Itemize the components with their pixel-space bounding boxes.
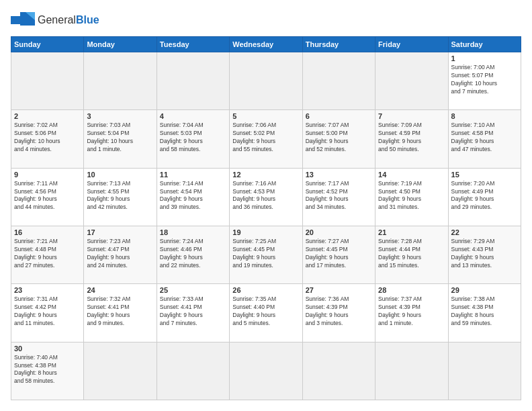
day-number: 24	[87, 286, 153, 294]
calendar-cell: 13Sunrise: 7:17 AM Sunset: 4:52 PM Dayli…	[302, 168, 375, 226]
day-info: Sunrise: 7:27 AM Sunset: 4:45 PM Dayligh…	[306, 238, 372, 270]
day-number: 21	[378, 228, 445, 236]
calendar-cell	[11, 52, 84, 110]
weekday-header-saturday: Saturday	[448, 37, 521, 52]
day-info: Sunrise: 7:13 AM Sunset: 4:55 PM Dayligh…	[87, 180, 153, 212]
day-number: 7	[378, 112, 445, 120]
day-number: 30	[14, 345, 81, 353]
day-info: Sunrise: 7:07 AM Sunset: 5:00 PM Dayligh…	[306, 122, 372, 154]
calendar-cell: 2Sunrise: 7:02 AM Sunset: 5:06 PM Daylig…	[11, 110, 84, 168]
day-number: 17	[87, 228, 153, 236]
calendar-cell: 25Sunrise: 7:33 AM Sunset: 4:41 PM Dayli…	[157, 284, 229, 342]
calendar: SundayMondayTuesdayWednesdayThursdayFrid…	[11, 36, 521, 400]
calendar-cell: 30Sunrise: 7:40 AM Sunset: 4:38 PM Dayli…	[11, 342, 84, 400]
day-info: Sunrise: 7:29 AM Sunset: 4:43 PM Dayligh…	[451, 238, 518, 270]
calendar-cell: 22Sunrise: 7:29 AM Sunset: 4:43 PM Dayli…	[448, 226, 521, 283]
day-number: 29	[451, 286, 518, 294]
day-number: 13	[306, 171, 372, 179]
day-number: 2	[14, 112, 81, 120]
calendar-cell	[375, 52, 448, 110]
calendar-cell: 21Sunrise: 7:28 AM Sunset: 4:44 PM Dayli…	[375, 226, 448, 283]
calendar-cell	[157, 342, 229, 400]
header: GeneralBlue	[11, 11, 521, 30]
weekday-header-tuesday: Tuesday	[157, 37, 229, 52]
day-info: Sunrise: 7:09 AM Sunset: 4:59 PM Dayligh…	[378, 122, 445, 154]
day-number: 19	[232, 228, 299, 236]
calendar-cell: 19Sunrise: 7:25 AM Sunset: 4:45 PM Dayli…	[230, 226, 302, 283]
calendar-cell: 11Sunrise: 7:14 AM Sunset: 4:54 PM Dayli…	[157, 168, 229, 226]
calendar-cell	[375, 342, 448, 400]
day-info: Sunrise: 7:32 AM Sunset: 4:41 PM Dayligh…	[87, 295, 153, 328]
logo-icon	[11, 11, 35, 30]
calendar-cell: 4Sunrise: 7:04 AM Sunset: 5:03 PM Daylig…	[157, 110, 229, 168]
day-info: Sunrise: 7:02 AM Sunset: 5:06 PM Dayligh…	[14, 122, 81, 154]
calendar-week-row: 16Sunrise: 7:21 AM Sunset: 4:48 PM Dayli…	[11, 226, 521, 283]
calendar-cell: 24Sunrise: 7:32 AM Sunset: 4:41 PM Dayli…	[84, 284, 157, 342]
calendar-cell	[84, 342, 157, 400]
day-number: 28	[378, 286, 445, 294]
day-number: 16	[14, 228, 81, 236]
calendar-cell: 10Sunrise: 7:13 AM Sunset: 4:55 PM Dayli…	[84, 168, 157, 226]
day-info: Sunrise: 7:33 AM Sunset: 4:41 PM Dayligh…	[160, 295, 226, 328]
day-number: 14	[378, 171, 445, 179]
calendar-cell	[448, 342, 521, 400]
calendar-cell: 29Sunrise: 7:38 AM Sunset: 4:38 PM Dayli…	[448, 284, 521, 342]
day-number: 3	[87, 112, 153, 120]
weekday-header-monday: Monday	[84, 37, 157, 52]
day-info: Sunrise: 7:35 AM Sunset: 4:40 PM Dayligh…	[232, 295, 299, 328]
calendar-cell: 6Sunrise: 7:07 AM Sunset: 5:00 PM Daylig…	[302, 110, 375, 168]
day-number: 22	[451, 228, 518, 236]
weekday-header-thursday: Thursday	[302, 37, 375, 52]
calendar-week-row: 23Sunrise: 7:31 AM Sunset: 4:42 PM Dayli…	[11, 284, 521, 342]
calendar-cell: 27Sunrise: 7:36 AM Sunset: 4:39 PM Dayli…	[302, 284, 375, 342]
weekday-header-sunday: Sunday	[11, 37, 84, 52]
calendar-cell: 23Sunrise: 7:31 AM Sunset: 4:42 PM Dayli…	[11, 284, 84, 342]
day-number: 15	[451, 171, 518, 179]
calendar-cell	[302, 342, 375, 400]
weekday-header-row: SundayMondayTuesdayWednesdayThursdayFrid…	[11, 37, 521, 52]
day-info: Sunrise: 7:28 AM Sunset: 4:44 PM Dayligh…	[378, 238, 445, 270]
calendar-cell: 15Sunrise: 7:20 AM Sunset: 4:49 PM Dayli…	[448, 168, 521, 226]
weekday-header-friday: Friday	[375, 37, 448, 52]
day-number: 10	[87, 171, 153, 179]
day-info: Sunrise: 7:14 AM Sunset: 4:54 PM Dayligh…	[160, 180, 226, 212]
calendar-cell: 9Sunrise: 7:11 AM Sunset: 4:56 PM Daylig…	[11, 168, 84, 226]
logo: GeneralBlue	[11, 11, 99, 30]
day-info: Sunrise: 7:21 AM Sunset: 4:48 PM Dayligh…	[14, 238, 81, 270]
day-info: Sunrise: 7:25 AM Sunset: 4:45 PM Dayligh…	[232, 238, 299, 270]
calendar-cell: 1Sunrise: 7:00 AM Sunset: 5:07 PM Daylig…	[448, 52, 521, 110]
day-info: Sunrise: 7:17 AM Sunset: 4:52 PM Dayligh…	[306, 180, 372, 212]
day-info: Sunrise: 7:23 AM Sunset: 4:47 PM Dayligh…	[87, 238, 153, 270]
day-info: Sunrise: 7:37 AM Sunset: 4:39 PM Dayligh…	[378, 295, 445, 328]
day-info: Sunrise: 7:10 AM Sunset: 4:58 PM Dayligh…	[451, 122, 518, 154]
day-number: 11	[160, 171, 226, 179]
day-number: 9	[14, 171, 81, 179]
day-number: 12	[232, 171, 299, 179]
calendar-week-row: 9Sunrise: 7:11 AM Sunset: 4:56 PM Daylig…	[11, 168, 521, 226]
calendar-cell: 5Sunrise: 7:06 AM Sunset: 5:02 PM Daylig…	[230, 110, 302, 168]
day-number: 1	[451, 54, 518, 62]
calendar-week-row: 2Sunrise: 7:02 AM Sunset: 5:06 PM Daylig…	[11, 110, 521, 168]
calendar-cell: 3Sunrise: 7:03 AM Sunset: 5:04 PM Daylig…	[84, 110, 157, 168]
calendar-cell: 18Sunrise: 7:24 AM Sunset: 4:46 PM Dayli…	[157, 226, 229, 283]
day-number: 27	[306, 286, 372, 294]
day-info: Sunrise: 7:19 AM Sunset: 4:50 PM Dayligh…	[378, 180, 445, 212]
calendar-cell: 16Sunrise: 7:21 AM Sunset: 4:48 PM Dayli…	[11, 226, 84, 283]
day-info: Sunrise: 7:36 AM Sunset: 4:39 PM Dayligh…	[306, 295, 372, 328]
day-number: 18	[160, 228, 226, 236]
day-info: Sunrise: 7:04 AM Sunset: 5:03 PM Dayligh…	[160, 122, 226, 154]
day-number: 26	[232, 286, 299, 294]
calendar-cell: 14Sunrise: 7:19 AM Sunset: 4:50 PM Dayli…	[375, 168, 448, 226]
day-number: 25	[160, 286, 226, 294]
day-info: Sunrise: 7:03 AM Sunset: 5:04 PM Dayligh…	[87, 122, 153, 154]
calendar-cell: 8Sunrise: 7:10 AM Sunset: 4:58 PM Daylig…	[448, 110, 521, 168]
calendar-cell	[230, 52, 302, 110]
calendar-cell: 28Sunrise: 7:37 AM Sunset: 4:39 PM Dayli…	[375, 284, 448, 342]
calendar-week-row: 30Sunrise: 7:40 AM Sunset: 4:38 PM Dayli…	[11, 342, 521, 400]
day-info: Sunrise: 7:20 AM Sunset: 4:49 PM Dayligh…	[451, 180, 518, 212]
day-info: Sunrise: 7:00 AM Sunset: 5:07 PM Dayligh…	[451, 64, 518, 96]
day-info: Sunrise: 7:31 AM Sunset: 4:42 PM Dayligh…	[14, 295, 81, 328]
day-info: Sunrise: 7:06 AM Sunset: 5:02 PM Dayligh…	[232, 122, 299, 154]
day-number: 6	[306, 112, 372, 120]
day-number: 20	[306, 228, 372, 236]
